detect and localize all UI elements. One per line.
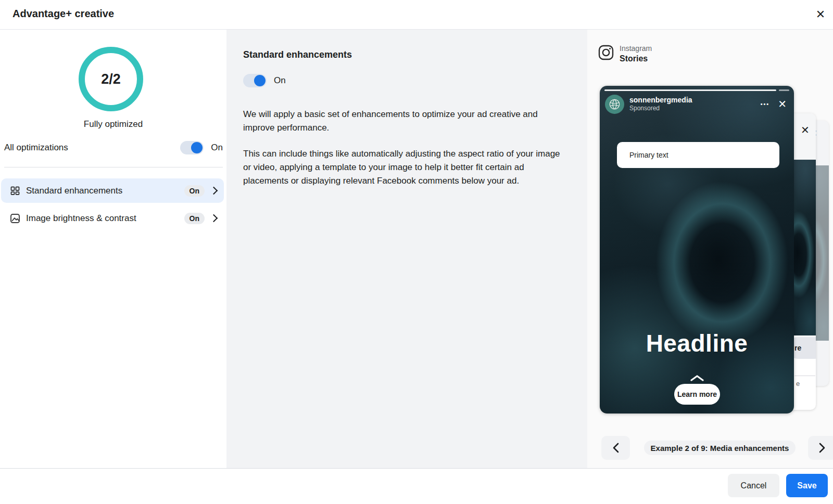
detail-toggle-row: On [243, 74, 286, 87]
chevron-right-icon [210, 214, 218, 223]
detail-description: We will apply a basic set of enhancement… [243, 108, 567, 188]
cancel-button[interactable]: Cancel [728, 474, 779, 497]
list-item-image-brightness-contrast[interactable]: Image brightness & contrast On [1, 206, 224, 230]
all-optimizations-label: All optimizations [4, 143, 180, 153]
status-badge: On [184, 213, 205, 224]
standard-enhancements-state: On [274, 75, 286, 86]
placement-label: Stories [620, 53, 652, 64]
optimization-caption: Fully optimized [0, 119, 226, 130]
instagram-icon [598, 44, 614, 61]
story-cta-button: Learn more [674, 384, 720, 405]
all-optimizations-state: On [211, 143, 223, 153]
story-progress-bar [604, 89, 776, 91]
save-button[interactable]: Save [786, 474, 828, 497]
platform-label: Instagram [620, 44, 652, 53]
description-paragraph: We will apply a basic set of enhancement… [243, 108, 567, 135]
avatar [605, 95, 624, 114]
story-header: sonnenbergmedia Sponsored ••• ✕ [605, 94, 789, 114]
dialog-header: Advantage+ creative ✕ [0, 0, 833, 30]
story-preview: sonnenbergmedia Sponsored ••• ✕ Primary … [600, 86, 794, 413]
preview-panel: Instagram Stories ✕ ✕ re e [587, 30, 833, 468]
status-badge: On [184, 185, 205, 197]
toggle-knob [191, 142, 203, 153]
pager-label: Example 2 of 9: Media enhancements [644, 441, 796, 455]
close-icon[interactable]: ✕ [812, 6, 829, 23]
detail-panel: Standard enhancements On We will apply a… [226, 30, 587, 468]
previous-example-button[interactable] [601, 436, 630, 460]
toggle-knob [254, 75, 266, 86]
grid-icon [9, 185, 21, 197]
all-optimizations-toggle[interactable] [180, 141, 204, 154]
list-item-label: Image brightness & contrast [26, 213, 184, 224]
divider [4, 167, 223, 167]
story-sponsored-label: Sponsored [629, 105, 761, 112]
close-icon: ✕ [801, 124, 810, 136]
chevron-right-icon [210, 187, 218, 195]
detail-title: Standard enhancements [243, 49, 352, 60]
story-progress-bar-segment [779, 89, 789, 91]
description-paragraph: This can include things like automatical… [243, 147, 567, 188]
list-item-standard-enhancements[interactable]: Standard enhancements On [1, 178, 224, 203]
all-optimizations-row: All optimizations On [4, 140, 223, 155]
optimizations-sidebar: 2/2 Fully optimized All optimizations On… [0, 30, 226, 468]
next-example-button[interactable] [808, 436, 833, 460]
story-primary-text: Primary text [617, 142, 779, 168]
partial-caption: e [796, 380, 800, 387]
story-user: sonnenbergmedia Sponsored [629, 96, 761, 112]
dialog-title: Advantage+ creative [12, 8, 114, 20]
list-item-label: Standard enhancements [26, 186, 184, 196]
optimization-list: Standard enhancements On Image brightnes… [1, 178, 224, 234]
story-headline: Headline [600, 329, 794, 357]
dialog-footer: Cancel Save [0, 468, 833, 504]
optimization-score: 2/2 [101, 71, 121, 87]
preview-pager: Example 2 of 9: Media enhancements [587, 436, 833, 460]
image-icon [9, 213, 21, 224]
more-options-icon: ••• [761, 101, 770, 107]
placement-header: Instagram Stories [598, 44, 652, 64]
close-icon: ✕ [778, 98, 787, 110]
chevron-up-icon [600, 375, 794, 381]
optimization-progress-ring: 2/2 [79, 47, 143, 111]
divider [794, 376, 815, 376]
partial-cta-button: re [790, 337, 816, 359]
advantage-creative-dialog: Advantage+ creative ✕ 2/2 Fully optimize… [0, 0, 833, 504]
story-username: sonnenbergmedia [629, 96, 761, 105]
standard-enhancements-toggle[interactable] [243, 74, 267, 87]
